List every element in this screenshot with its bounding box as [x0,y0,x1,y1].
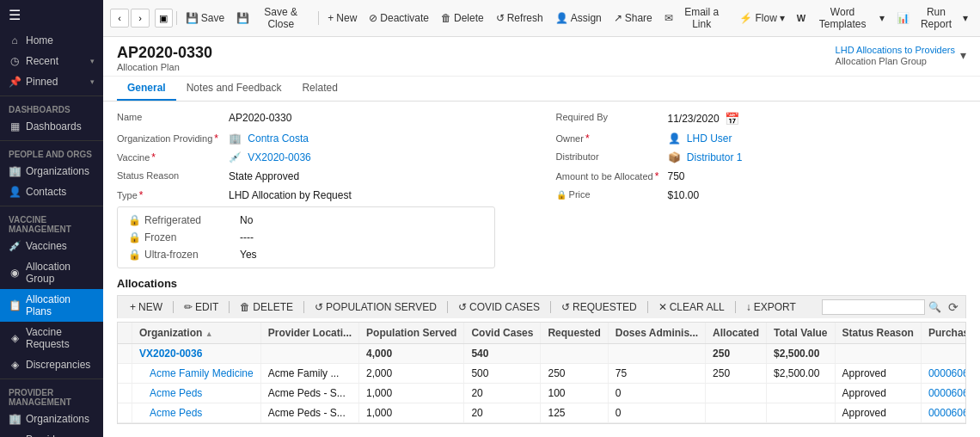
cell-check[interactable] [118,403,132,423]
alloc-search-input[interactable] [822,299,925,315]
sidebar-item-home[interactable]: ⌂ Home [0,30,103,51]
alloc-delete-button[interactable]: 🗑 DELETE [235,299,298,315]
cell-organization: Acme Family Medicine [132,364,261,384]
purchase-order-link[interactable]: 00006067 [928,407,966,419]
delete-button[interactable]: 🗑 Delete [436,9,489,27]
email-link-button[interactable]: ✉ Email a Link [659,3,733,33]
org-link[interactable]: Acme Peds [150,387,202,399]
tab-related[interactable]: Related [291,77,347,101]
hamburger-menu[interactable]: ☰ [0,0,103,30]
deactivate-button[interactable]: ⊘ Deactivate [364,9,434,27]
calendar-icon[interactable]: 📅 [725,112,739,126]
col-check [118,323,132,344]
sidebar-item-contacts[interactable]: 👤 Contacts [0,182,103,202]
alloc-clear-button[interactable]: ✕ CLEAR ALL [653,299,730,315]
sidebar-item-allocation-plans[interactable]: 📋 Allocation Plans [0,289,103,322]
org-link[interactable]: Contra Costa [248,132,309,145]
cell-check[interactable] [118,384,132,403]
lock-icon: 🔒 [556,190,567,200]
main-content: ‹ › ▣ 💾 Save 💾 Save & Close + New ⊘ Deac… [103,0,980,437]
sidebar-item-prov-organizations[interactable]: 🏢 Organizations [0,409,103,429]
purchase-order-link[interactable]: 00006068 [928,367,966,379]
storage-ultra-frozen: 🔒 Ultra-frozen Yes [128,249,484,261]
sidebar-item-dashboards[interactable]: ▦ Dashboards [0,116,103,137]
sidebar-item-pinned[interactable]: 📌 Pinned ▾ [0,71,103,92]
alloc-requested-button[interactable]: ↺ REQUESTED [556,299,642,315]
col-covid-cases: Covid Cases [464,323,541,344]
org-link[interactable]: VX2020-0036 [139,348,202,360]
org-link[interactable]: Acme Peds [150,407,202,419]
assign-button[interactable]: 👤 Assign [550,9,607,27]
sidebar-item-organizations[interactable]: 🏢 Organizations [0,161,103,182]
distributor-link[interactable]: Distributor 1 [687,151,743,163]
cell-purchase-order: 00006067 [921,403,966,423]
field-status-reason: Status Reason State Approved [117,169,528,182]
cell-check[interactable] [118,344,132,364]
alloc-new-button[interactable]: + NEW [125,299,168,315]
cell-check[interactable] [118,364,132,384]
allocations-table-wrapper: Organization ▲ Provider Locati... Popula… [117,322,966,424]
value-amount-allocated: 750 [668,169,967,182]
field-required-by: Required By 11/23/2020 📅 [556,110,967,126]
cell-population-served: 4,000 [359,344,464,364]
alloc-refresh-button[interactable]: ⟳ [948,300,959,314]
sidebar-label-recent: Recent [26,55,85,67]
label-price: 🔒 Price [556,188,668,200]
run-report-button[interactable]: 📊 Run Report ▾ [891,3,973,33]
value-price: $10.00 [668,188,967,201]
col-doses-admin: Doses Adminis... [608,323,705,344]
search-icon[interactable]: 🔍 [928,301,941,313]
collapse-icon[interactable]: ▾ [960,48,966,62]
flow-button[interactable]: ⚡ Flow ▾ [734,9,789,27]
sep [229,301,230,313]
cell-covid-cases: 20 [464,403,541,423]
word-templates-button[interactable]: W Word Templates ▾ [792,3,890,33]
tab-general[interactable]: General [117,77,176,101]
word-icon: W [797,13,805,23]
col-provider-location: Provider Locati... [260,323,358,344]
sidebar-item-discrepancies[interactable]: ◈ Discrepancies [0,354,103,375]
form-row-5: Type* LHD Allocation by Request 🔒 Price … [117,188,966,201]
chevron-down-icon: ▾ [780,12,785,24]
alloc-edit-button[interactable]: ✏ EDIT [179,299,224,315]
label-status-reason: Status Reason [117,169,229,181]
label-frozen: 🔒 Frozen [128,231,240,243]
col-organization[interactable]: Organization ▲ [132,323,261,344]
alloc-population-button[interactable]: ↺ POPULATION SERVED [309,299,442,315]
new-button[interactable]: + New [322,9,362,27]
sidebar-item-provider-info[interactable]: ℹ Provider Information [0,429,103,437]
forward-button[interactable]: › [131,9,150,28]
vaccine-icon: 💉 [9,240,21,252]
refresh-button[interactable]: ↺ Refresh [491,9,548,27]
group-link[interactable]: LHD Allocations to Providers [836,45,955,55]
owner-link[interactable]: LHD User [687,132,732,145]
field-amount-allocated: Amount to be Allocated* 750 [556,169,967,182]
form-row-1: Name AP2020-0330 Required By 11/23/2020 … [117,110,966,126]
sidebar-item-vaccines[interactable]: 💉 Vaccines [0,236,103,256]
table-header: Organization ▲ Provider Locati... Popula… [118,323,966,344]
alloc-covid-button[interactable]: ↺ COVID CASES [453,299,545,315]
save-close-button[interactable]: 💾 Save & Close [231,3,315,33]
assign-icon: 👤 [555,12,568,24]
tab-notes-feedback[interactable]: Notes and Feedback [176,77,292,101]
org-link[interactable]: Acme Family Medicine [150,367,254,379]
alloc-export-button[interactable]: ↓ EXPORT [741,299,801,315]
save-icon: 💾 [186,12,199,24]
purchase-order-link[interactable]: 00006063 [928,387,966,399]
vaccine-link[interactable]: VX2020-0036 [248,151,310,163]
back-button[interactable]: ‹ [110,9,129,28]
view-toggle-button[interactable]: ▣ [155,9,173,28]
cell-purchase-order [921,344,966,364]
trash-icon: 🗑 [240,301,250,313]
sidebar-item-allocation-group[interactable]: ◉ Allocation Group [0,256,103,289]
save-button[interactable]: 💾 Save [181,9,230,27]
field-owner: Owner* 👤 LHD User [556,131,967,145]
sidebar-item-vaccine-requests[interactable]: ◈ Vaccine Requests [0,322,103,354]
allocations-toolbar: + NEW ✏ EDIT 🗑 DELETE ↺ POPULATION SERVE… [117,295,966,318]
sidebar-item-recent[interactable]: ◷ Recent ▾ [0,51,103,71]
col-purchase-order: Purchase Orde... [921,323,966,344]
share-button[interactable]: ↗ Share [609,9,658,27]
cell-purchase-order: 00006063 [921,384,966,403]
form-area: Name AP2020-0330 Required By 11/23/2020 … [103,102,980,437]
label-vaccine: Vaccine* [117,150,229,163]
